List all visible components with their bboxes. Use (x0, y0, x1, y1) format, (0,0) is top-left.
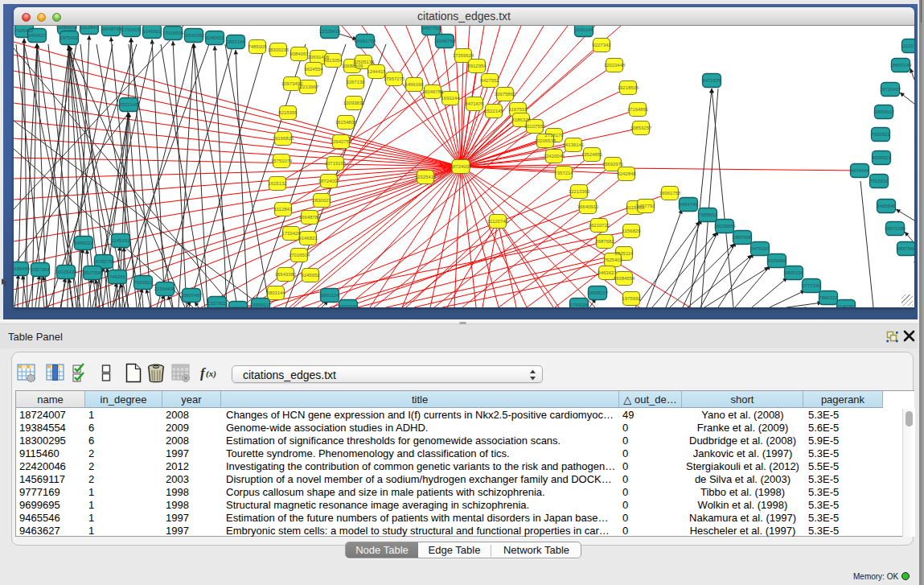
svg-text:9242848: 9242848 (617, 171, 636, 176)
svg-text:8427552: 8427552 (480, 78, 499, 83)
svg-text:746266: 746266 (109, 274, 126, 279)
svg-text:1733426: 1733426 (121, 27, 141, 32)
svg-text:10973493: 10973493 (281, 81, 303, 86)
svg-text:16961758: 16961758 (659, 191, 681, 196)
svg-text:16648784: 16648784 (299, 215, 321, 220)
svg-text:6897568: 6897568 (897, 246, 914, 251)
svg-text:8813054: 8813054 (323, 58, 343, 63)
svg-text:1112843: 1112843 (274, 207, 293, 212)
svg-text:9777169: 9777169 (802, 283, 821, 288)
svg-text:11120746: 11120746 (487, 219, 508, 224)
svg-text:9457791: 9457791 (421, 26, 441, 31)
svg-text:1112843: 1112843 (80, 26, 99, 30)
svg-text:3170051: 3170051 (228, 306, 248, 308)
svg-text:12213369: 12213369 (569, 189, 590, 194)
svg-text:10958107: 10958107 (587, 290, 609, 295)
svg-text:2718170: 2718170 (544, 133, 564, 138)
svg-text:10107553: 10107553 (524, 124, 546, 129)
svg-text:16543382: 16543382 (183, 33, 205, 38)
svg-text:2522145: 2522145 (484, 109, 503, 113)
svg-text:7625402: 7625402 (603, 257, 622, 262)
svg-text:17957275: 17957275 (384, 76, 405, 81)
svg-text:17359924: 17359924 (453, 53, 474, 58)
svg-text:12325419: 12325419 (415, 175, 437, 179)
svg-text:8186328: 8186328 (511, 117, 531, 122)
svg-text:19166825: 19166825 (273, 136, 294, 141)
svg-text:7515526: 7515526 (869, 179, 889, 183)
svg-text:1146082: 1146082 (837, 304, 856, 308)
svg-text:2935114: 2935114 (615, 251, 634, 256)
svg-text:1244415: 1244415 (367, 69, 386, 74)
svg-text:14569117: 14569117 (250, 303, 272, 307)
svg-text:30975867: 30975867 (495, 92, 516, 97)
svg-text:9699695: 9699695 (339, 304, 358, 308)
svg-text:8471676: 8471676 (465, 101, 484, 106)
svg-text:16154808: 16154808 (335, 120, 357, 125)
svg-text:9457791: 9457791 (636, 204, 655, 208)
svg-text:10654112: 10654112 (873, 109, 895, 114)
svg-text:8215955: 8215955 (278, 110, 298, 115)
svg-text:19384554: 19384554 (56, 26, 78, 30)
svg-text:1615132: 1615132 (268, 181, 287, 186)
svg-text:9463627: 9463627 (598, 270, 617, 275)
svg-text:8912954: 8912954 (467, 64, 487, 68)
svg-text:1691144: 1691144 (441, 96, 461, 101)
svg-text:17016504: 17016504 (162, 31, 184, 35)
svg-text:7485005: 7485005 (248, 44, 267, 49)
svg-text:8471676: 8471676 (702, 78, 721, 83)
svg-text:18807249: 18807249 (890, 63, 912, 68)
svg-text:9146821: 9146821 (142, 29, 162, 34)
svg-text:22420046: 22420046 (544, 154, 565, 159)
svg-text:9329966: 9329966 (767, 258, 786, 263)
svg-text:20206535: 20206535 (535, 138, 556, 143)
svg-text:11120746: 11120746 (901, 43, 914, 48)
svg-text:12023448: 12023448 (604, 63, 626, 68)
svg-text:6794028: 6794028 (569, 303, 589, 307)
svg-text:21364436: 21364436 (154, 286, 176, 291)
svg-text:9463627: 9463627 (27, 33, 47, 38)
svg-text:15751074: 15751074 (271, 159, 293, 163)
svg-text:16033809: 16033809 (714, 224, 736, 229)
svg-text:9146821: 9146821 (298, 236, 318, 241)
svg-text:9474444: 9474444 (850, 168, 869, 173)
svg-text:15720407: 15720407 (880, 87, 901, 92)
svg-text:16210722: 16210722 (589, 223, 610, 228)
svg-text:7955812: 7955812 (698, 212, 717, 217)
svg-text:16046788: 16046788 (422, 89, 444, 94)
svg-text:18724007: 18724007 (450, 164, 472, 169)
svg-text:16640910: 16640910 (577, 204, 599, 209)
svg-text:16782759: 16782759 (93, 259, 115, 264)
svg-text:9245652: 9245652 (301, 273, 320, 278)
svg-text:2687682: 2687682 (595, 239, 614, 244)
svg-text:14136141: 14136141 (563, 142, 585, 147)
svg-text:7632621: 7632621 (871, 132, 890, 137)
svg-text:18724007: 18724007 (318, 179, 340, 183)
svg-text:19384554: 19384554 (614, 276, 635, 281)
svg-text:(x): (x) (206, 369, 216, 379)
svg-text:8454749: 8454749 (679, 202, 698, 207)
svg-text:3624554: 3624554 (304, 67, 323, 72)
svg-text:16648784: 16648784 (101, 27, 122, 31)
svg-text:16046788: 16046788 (434, 39, 456, 43)
svg-text:2522145: 2522145 (119, 102, 138, 107)
svg-text:15692971: 15692971 (602, 162, 624, 167)
svg-text:16961758: 16961758 (355, 39, 376, 43)
svg-text:9084067: 9084067 (290, 51, 309, 56)
svg-text:9357964: 9357964 (31, 267, 50, 272)
svg-text:12325419: 12325419 (319, 29, 341, 34)
svg-text:1975692: 1975692 (60, 35, 79, 40)
svg-text:1691144: 1691144 (575, 27, 594, 32)
svg-text:2803144: 2803144 (266, 290, 285, 295)
svg-text:7866322: 7866322 (819, 295, 838, 300)
svg-text:16543382: 16543382 (275, 272, 297, 277)
svg-text:7357214: 7357214 (554, 171, 573, 175)
svg-text:12505135: 12505135 (353, 60, 375, 64)
svg-text:2830027: 2830027 (312, 198, 331, 203)
svg-text:8938923: 8938923 (872, 155, 891, 160)
svg-text:9527508: 9527508 (83, 270, 102, 275)
svg-text:9245652: 9245652 (205, 35, 224, 40)
svg-text:12942757: 12942757 (331, 139, 352, 144)
svg-text:16099489: 16099489 (14, 266, 31, 271)
svg-text:10807487: 10807487 (181, 293, 203, 298)
svg-text:9860124: 9860124 (320, 293, 339, 298)
